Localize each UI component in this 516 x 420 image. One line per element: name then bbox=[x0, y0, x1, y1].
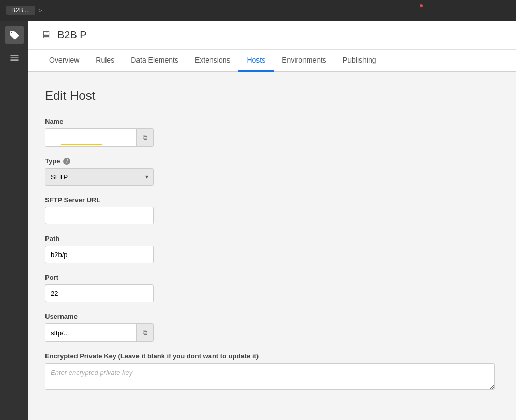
sftp-server-url-input[interactable] bbox=[45, 207, 154, 224]
property-title: B2B P bbox=[57, 29, 87, 41]
username-copy-icon: ⧉ bbox=[143, 328, 147, 337]
port-label: Port bbox=[45, 274, 499, 281]
path-input[interactable] bbox=[45, 246, 154, 263]
name-copy-button[interactable]: ⧉ bbox=[136, 129, 153, 146]
port-group: Port bbox=[45, 274, 499, 302]
notification-dot bbox=[420, 4, 423, 7]
type-label: Type i bbox=[45, 157, 499, 165]
tab-publishing[interactable]: Publishing bbox=[335, 50, 385, 72]
sidebar bbox=[0, 21, 28, 420]
encrypted-key-input[interactable] bbox=[45, 363, 495, 390]
breadcrumb-separator: > bbox=[38, 7, 42, 14]
type-select-wrapper: Managed by Adobe SFTP ▾ bbox=[45, 168, 154, 186]
property-header: 🖥 B2B P bbox=[28, 21, 516, 50]
encrypted-key-label: Encrypted Private Key (Leave it blank if… bbox=[45, 352, 499, 360]
username-input-wrapper: ⧉ bbox=[45, 323, 154, 342]
app-layout: 🖥 B2B P Overview Rules Data Elements Ext… bbox=[0, 21, 516, 420]
path-label: Path bbox=[45, 235, 499, 243]
username-label: Username bbox=[45, 312, 499, 320]
username-group: Username ⧉ bbox=[45, 312, 499, 342]
form-title: Edit Host bbox=[45, 88, 499, 103]
tab-data-elements[interactable]: Data Elements bbox=[123, 50, 187, 72]
sftp-server-url-label: SFTP Server URL bbox=[45, 196, 499, 204]
port-input[interactable] bbox=[45, 284, 154, 302]
name-label: Name bbox=[45, 117, 499, 125]
path-group: Path bbox=[45, 235, 499, 263]
monitor-icon: 🖥 bbox=[41, 29, 51, 41]
form-area: Edit Host Name ⧉ Type i bbox=[28, 72, 516, 420]
username-input[interactable] bbox=[45, 324, 136, 341]
username-copy-button[interactable]: ⧉ bbox=[136, 324, 153, 341]
top-bar: B2B ... > bbox=[0, 0, 516, 21]
breadcrumb-crumb[interactable]: B2B ... bbox=[6, 6, 35, 15]
breadcrumb: B2B ... > bbox=[6, 6, 45, 15]
name-input[interactable] bbox=[45, 129, 136, 146]
type-group: Type i Managed by Adobe SFTP ▾ bbox=[45, 157, 499, 186]
copy-icon: ⧉ bbox=[143, 133, 147, 142]
type-select[interactable]: Managed by Adobe SFTP bbox=[45, 168, 154, 186]
tab-hosts[interactable]: Hosts bbox=[238, 50, 274, 72]
name-input-wrapper: ⧉ bbox=[45, 128, 154, 147]
type-info-icon[interactable]: i bbox=[63, 158, 70, 165]
tab-environments[interactable]: Environments bbox=[274, 50, 335, 72]
main-content: 🖥 B2B P Overview Rules Data Elements Ext… bbox=[28, 21, 516, 420]
sidebar-icon-tags[interactable] bbox=[5, 26, 24, 44]
tab-extensions[interactable]: Extensions bbox=[187, 50, 238, 72]
tab-overview[interactable]: Overview bbox=[41, 50, 87, 72]
nav-tabs: Overview Rules Data Elements Extensions … bbox=[28, 50, 516, 72]
encrypted-key-group: Encrypted Private Key (Leave it blank if… bbox=[45, 352, 499, 392]
tab-rules[interactable]: Rules bbox=[87, 50, 123, 72]
sidebar-icon-list[interactable] bbox=[5, 49, 24, 67]
name-group: Name ⧉ bbox=[45, 117, 499, 147]
sftp-server-url-group: SFTP Server URL bbox=[45, 196, 499, 224]
